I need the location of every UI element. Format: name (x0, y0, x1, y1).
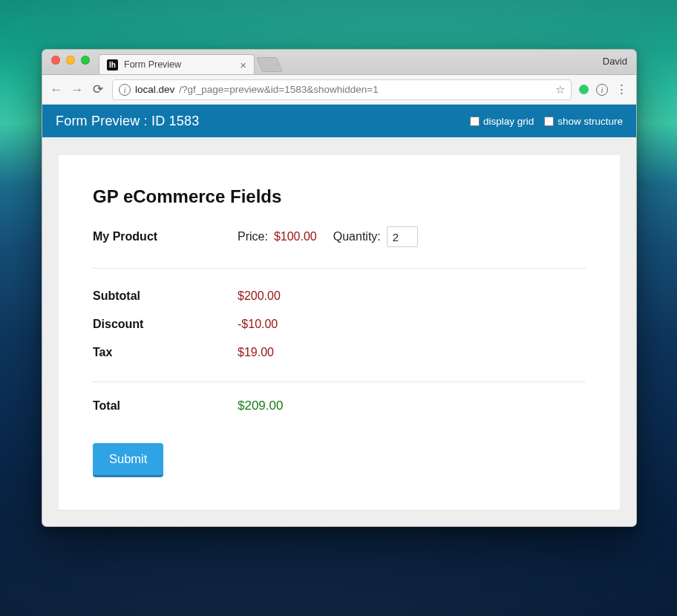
tax-label: Tax (93, 346, 238, 359)
total-value: $209.00 (238, 399, 283, 413)
site-info-icon[interactable]: i (119, 84, 131, 96)
subtotal-row: Subtotal $200.00 (93, 282, 586, 310)
profile-name[interactable]: David (603, 56, 627, 67)
total-label: Total (93, 399, 238, 413)
zoom-window-button[interactable] (81, 56, 90, 65)
preview-title: Form Preview : ID 1583 (56, 114, 199, 129)
total-row: Total $209.00 (93, 382, 586, 418)
page-info-icon[interactable]: i (596, 84, 608, 96)
reload-button[interactable]: ⟳ (91, 82, 105, 97)
price-value: $100.00 (274, 230, 317, 243)
product-name: My Product (93, 230, 238, 243)
browser-window: lh Form Preview × David ← → ⟳ i local.de… (42, 49, 637, 527)
quantity-label: Quantity: (333, 230, 381, 243)
form-title: GP eCommerce Fields (93, 186, 586, 207)
tab-bar: lh Form Preview × David (42, 50, 636, 75)
browser-toolbar: ← → ⟳ i local.dev/?gf_page=preview&id=15… (42, 75, 636, 105)
preview-options: display grid show structure (470, 116, 623, 127)
url-path: /?gf_page=preview&id=1583&showhidden=1 (179, 84, 378, 95)
minimize-window-button[interactable] (66, 56, 75, 65)
quantity-input[interactable] (387, 226, 418, 247)
discount-label: Discount (93, 318, 238, 331)
back-button[interactable]: ← (50, 82, 63, 97)
browser-tab[interactable]: lh Form Preview × (99, 54, 255, 74)
display-grid-checkbox[interactable] (470, 117, 480, 126)
discount-row: Discount -$10.00 (93, 310, 586, 338)
show-structure-checkbox[interactable] (544, 117, 554, 126)
close-window-button[interactable] (51, 56, 60, 65)
show-structure-label: show structure (557, 116, 623, 127)
subtotal-label: Subtotal (93, 289, 238, 303)
extension-icon[interactable] (579, 85, 589, 94)
form-card: GP eCommerce Fields My Product Price: $1… (59, 155, 620, 510)
calc-section: Subtotal $200.00 Discount -$10.00 Tax $1… (93, 269, 586, 382)
browser-menu-icon[interactable]: ⋮ (615, 82, 629, 97)
tab-title: Form Preview (124, 59, 181, 70)
url-host: local.dev (135, 84, 174, 95)
window-controls (50, 50, 94, 74)
preview-header: Form Preview : ID 1583 display grid show… (42, 105, 636, 137)
tax-value: $19.00 (238, 346, 274, 359)
discount-value: -$10.00 (238, 318, 278, 331)
tax-row: Tax $19.00 (93, 338, 586, 367)
tab-favicon: lh (107, 59, 118, 71)
subtotal-value: $200.00 (238, 289, 281, 303)
bookmark-icon[interactable]: ☆ (555, 83, 565, 96)
page-viewport: Form Preview : ID 1583 display grid show… (42, 105, 636, 526)
display-grid-toggle[interactable]: display grid (470, 116, 534, 127)
price-label: Price: (238, 230, 268, 243)
new-tab-button[interactable] (256, 57, 283, 72)
address-bar[interactable]: i local.dev/?gf_page=preview&id=1583&sho… (112, 79, 572, 100)
forward-button[interactable]: → (71, 82, 84, 97)
submit-button[interactable]: Submit (93, 443, 163, 477)
show-structure-toggle[interactable]: show structure (544, 116, 623, 127)
product-row: My Product Price: $100.00 Quantity: (93, 226, 586, 269)
display-grid-label: display grid (483, 116, 534, 127)
tab-close-icon[interactable]: × (240, 59, 246, 71)
